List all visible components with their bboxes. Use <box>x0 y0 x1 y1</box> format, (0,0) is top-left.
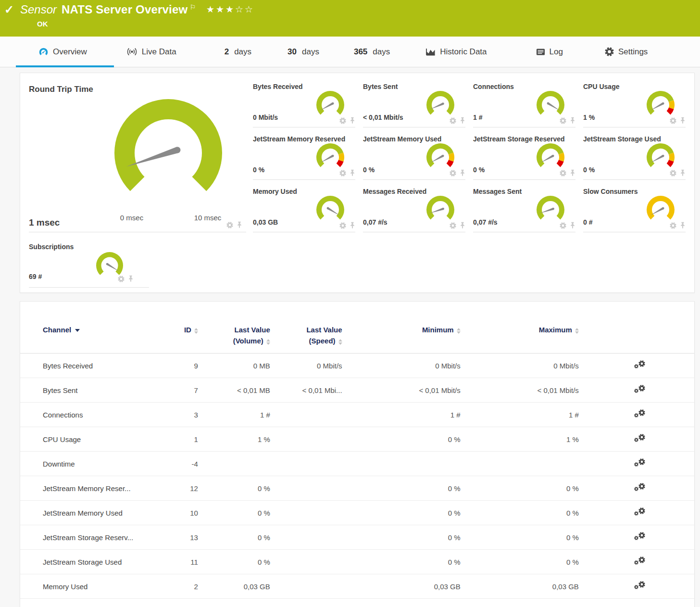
table-row-jetstream-memory-reser: JetStream Memory Reser...120 %0 %0 % <box>20 476 694 501</box>
gear-icon[interactable] <box>339 170 346 177</box>
column-header-maximum[interactable]: Maximum <box>465 325 584 354</box>
gauge-value: 0 # <box>583 218 592 226</box>
pin-icon[interactable] <box>680 169 686 177</box>
gear-icon[interactable] <box>339 222 346 229</box>
gauge <box>310 140 350 174</box>
channel-settings-gears-icon[interactable] <box>634 507 645 517</box>
pin-icon[interactable] <box>237 221 242 228</box>
gear-icon[interactable] <box>450 222 456 229</box>
gauge-tile-messages-received[interactable]: Messages Received0,07 #/s <box>363 187 465 232</box>
sort-toggle-icon[interactable] <box>338 339 342 345</box>
pin-icon[interactable] <box>680 222 686 229</box>
maximum-value: 1 % <box>465 427 584 452</box>
maximum-value: 0,03 GB <box>465 574 584 599</box>
gauge-title: Subscriptions <box>29 232 149 251</box>
gauge-tile-jetstream-memory-reserved[interactable]: JetStream Memory Reserved0 % <box>253 134 355 180</box>
gear-icon[interactable] <box>560 222 566 229</box>
pin-icon[interactable] <box>128 275 134 282</box>
column-header-last-value-speed[interactable]: Last Value(Speed) <box>275 325 347 354</box>
gauge-tile-bytes-sent[interactable]: Bytes Sent< 0,01 Mbit/s <box>363 82 465 127</box>
gauge-tile-jetstream-storage-used[interactable]: JetStream Storage Used0 % <box>583 134 686 180</box>
gear-icon[interactable] <box>118 276 125 282</box>
channel-name: Downtime <box>20 452 175 476</box>
channel-settings-gears-icon[interactable] <box>634 434 645 443</box>
channel-id: 3 <box>175 403 203 427</box>
gauge-tile-messages-sent[interactable]: Messages Sent0,07 #/s <box>473 187 575 232</box>
gear-icon[interactable] <box>670 222 676 229</box>
gear-icon[interactable] <box>670 170 676 177</box>
pin-icon[interactable] <box>350 117 355 124</box>
gear-icon[interactable] <box>226 222 233 228</box>
pin-icon[interactable] <box>460 117 465 124</box>
maximum-value: 1 # <box>465 403 584 427</box>
tab-overview[interactable]: Overview <box>38 37 87 67</box>
column-header-channel[interactable]: Channel <box>20 325 175 354</box>
channel-settings-gears-icon[interactable] <box>634 483 645 492</box>
tab-settings[interactable]: Settings <box>605 37 648 67</box>
last-value-speed: 0 Mbit/s <box>275 354 347 378</box>
channel-settings-gears-icon[interactable] <box>634 581 645 590</box>
gauge-icon <box>38 47 49 56</box>
pin-icon[interactable] <box>680 117 686 124</box>
pin-icon[interactable] <box>350 169 355 177</box>
pin-icon[interactable] <box>350 222 355 229</box>
channel-settings-gears-icon[interactable] <box>634 409 645 418</box>
tab-live-data[interactable]: Live Data <box>126 37 176 67</box>
gauge-tile-memory-used[interactable]: Memory Used0,03 GB <box>253 187 355 232</box>
gauge-tile-connections[interactable]: Connections1 # <box>473 82 575 127</box>
minimum-value: 0 % <box>347 501 465 525</box>
tab-label: Historic Data <box>440 47 487 57</box>
last-value-volume: 0 MB <box>203 354 275 378</box>
channel-id: 2 <box>175 574 203 599</box>
sort-toggle-icon[interactable] <box>194 328 198 334</box>
pin-icon[interactable] <box>570 169 575 177</box>
gauge-tile-jetstream-storage-reserved[interactable]: JetStream Storage Reserved0 % <box>473 134 575 180</box>
tab-log[interactable]: Log <box>536 37 563 67</box>
pin-icon[interactable] <box>460 222 465 229</box>
tab-30-days[interactable]: 30days <box>288 37 319 67</box>
primary-gauge-tile[interactable]: Round Trip Time 0 msec 10 msec 1 msec <box>29 79 246 232</box>
pin-icon[interactable] <box>460 169 465 177</box>
column-header-minimum[interactable]: Minimum <box>347 325 465 354</box>
gauge-tile-jetstream-memory-used[interactable]: JetStream Memory Used0 % <box>363 134 465 180</box>
priority-stars[interactable]: ★★★☆☆ <box>206 4 254 15</box>
log-icon <box>536 48 545 56</box>
pin-icon[interactable] <box>570 222 575 229</box>
pin-icon[interactable] <box>570 117 575 124</box>
channel-settings-gears-icon[interactable] <box>634 458 645 468</box>
last-value-speed <box>275 574 347 599</box>
gauge-tile-subscriptions[interactable]: Subscriptions 69 # <box>29 232 149 288</box>
gauge-tile-cpu-usage[interactable]: CPU Usage1 % <box>583 82 686 127</box>
gauge-tile-slow-consumers[interactable]: Slow Consumers0 # <box>583 187 686 232</box>
tab-2-days[interactable]: 2days <box>225 37 251 67</box>
gear-icon[interactable] <box>670 117 676 124</box>
column-header-id[interactable]: ID <box>175 325 203 354</box>
sort-toggle-icon[interactable] <box>457 328 461 334</box>
minimum-value: < 0,01 Mbit/s <box>347 378 465 403</box>
tab-label: days <box>302 47 319 57</box>
sensor-header: ✓ Sensor NATS Server Overview ⚐ ★★★☆☆ OK <box>0 0 700 37</box>
gear-icon[interactable] <box>450 117 456 124</box>
channel-settings-gears-icon[interactable] <box>634 556 645 566</box>
gear-icon[interactable] <box>450 170 456 177</box>
gear-icon[interactable] <box>339 117 346 124</box>
channel-settings-gears-icon[interactable] <box>634 532 645 541</box>
channel-settings-gears-icon[interactable] <box>634 385 645 394</box>
channels-table: ChannelIDLast Value(Volume)Last Value(Sp… <box>20 325 694 599</box>
channel-id: 9 <box>175 354 203 378</box>
flag-icon[interactable]: ⚐ <box>189 4 196 11</box>
channel-settings-gears-icon[interactable] <box>634 360 645 369</box>
gauge <box>530 192 571 226</box>
sort-toggle-icon[interactable] <box>575 328 579 334</box>
sort-toggle-icon[interactable] <box>266 339 270 345</box>
gauge-tile-bytes-received[interactable]: Bytes Received0 Mbit/s <box>253 82 355 127</box>
channel-id: 7 <box>175 378 203 403</box>
last-value-speed <box>275 452 347 476</box>
column-header-last-value-volume[interactable]: Last Value(Volume) <box>203 325 275 354</box>
tab-historic-data[interactable]: Historic Data <box>425 37 487 67</box>
sort-desc-icon[interactable] <box>75 329 80 332</box>
tab-365-days[interactable]: 365days <box>354 37 390 67</box>
gear-icon[interactable] <box>560 170 566 177</box>
maximum-value: 0 % <box>465 476 584 501</box>
gear-icon[interactable] <box>560 117 566 124</box>
